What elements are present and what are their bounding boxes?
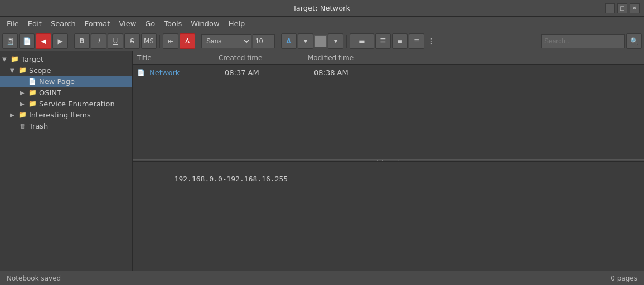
col-title: Title [135,54,219,62]
page-icon-newpage: 📄 [28,77,37,86]
list-btn[interactable]: ≡ [392,33,408,49]
menu-tools[interactable]: Tools [159,18,186,29]
separator-5 [346,35,347,48]
tree-item-service-enum[interactable]: ▶ 📁 Service Enumeration [0,98,132,109]
main-layout: ▼ 📁 Target ▼ 📁 Scope 📄 New Page ▶ 📁 OSIN… [0,51,644,271]
close-button[interactable]: ✕ [630,3,640,13]
tree-label-scope: Scope [29,66,51,75]
folder-icon-interesting: 📁 [18,110,27,119]
menu-help[interactable]: Help [224,18,250,29]
new-note-icon[interactable]: 📄 [19,33,35,49]
menu-go[interactable]: Go [141,18,159,29]
search-input[interactable] [541,34,625,48]
window-controls: ─ □ ✕ [605,3,640,13]
menu-file[interactable]: File [2,18,23,29]
text-align-btn[interactable]: ☰ [375,33,391,49]
indent-button[interactable]: ⇤ [163,33,178,49]
editor-area[interactable]: 192.168.0.0-192.168.16.255 [133,162,644,271]
folder-icon-osint: 📁 [28,88,37,97]
separator-4 [278,35,278,48]
tree-arrow-interesting: ▶ [10,112,18,118]
tree-item-scope[interactable]: ▼ 📁 Scope [0,65,132,76]
window-title: Target: Network [38,4,605,12]
folder-icon-target: 📁 [10,55,19,63]
strikethrough-button[interactable]: S [124,33,140,49]
file-row-icon: 📄 [137,69,146,76]
separator-1 [71,35,71,48]
tree-arrow-scope: ▼ [10,67,18,73]
color-text-button[interactable]: A [180,33,195,49]
search-button[interactable]: 🔍 [626,33,642,49]
menu-edit[interactable]: Edit [23,18,46,29]
toolbar: 📓 📄 ◀ ▶ B I U S MS ⇤ A Sans Serif Monosp… [0,31,644,51]
tree-label-target: Target [21,55,43,63]
titlebar: Target: Network ─ □ ✕ [0,0,644,17]
color-dropdown[interactable]: ▾ [298,33,313,49]
trash-icon: 🗑 [18,121,27,130]
file-row-created: 08:37 AM [225,68,314,77]
separator-3 [198,35,198,48]
bg-color-box[interactable] [314,35,327,47]
bg-color-dropdown[interactable]: ▾ [328,33,343,49]
statusbar: Notebook saved 0 pages [0,271,644,285]
folder-icon-scope: 📁 [18,66,27,75]
italic-button[interactable]: I [91,33,106,49]
file-row[interactable]: 📄 Network 08:37 AM 08:38 AM [133,65,644,80]
text-cursor [175,200,175,208]
apply-button[interactable]: ▬ [350,33,374,49]
editor-text: 192.168.0.0-192.168.16.255 [175,175,288,183]
statusbar-right: 0 pages [611,274,637,282]
tree-label-trash: Trash [29,122,48,130]
list2-btn[interactable]: ≣ [409,33,424,49]
ms-button[interactable]: MS [141,33,157,49]
back-button[interactable]: ◀ [36,33,51,49]
tree-arrow-osint: ▶ [20,90,28,96]
underline-button[interactable]: U [108,33,123,49]
bold-button[interactable]: B [74,33,90,49]
file-row-modified: 08:38 AM [314,68,640,77]
tree-item-interesting[interactable]: ▶ 📁 Interesting Items [0,109,132,120]
minimize-button[interactable]: ─ [605,3,615,13]
font-selector[interactable]: Sans Serif Monospace [201,34,251,48]
forward-button[interactable]: ▶ [52,33,68,49]
sidebar: ▼ 📁 Target ▼ 📁 Scope 📄 New Page ▶ 📁 OSIN… [0,51,133,271]
tree-arrow-service-enum: ▶ [20,101,28,107]
more-options-icon[interactable]: ⋮ [425,37,437,45]
tree-label-osint: OSINT [39,89,61,97]
statusbar-left: Notebook saved [7,274,61,282]
tree-arrow-target: ▼ [2,56,10,62]
col-modified: Modified time [308,54,642,62]
tree-item-trash[interactable]: 🗑 Trash [0,120,132,131]
menu-view[interactable]: View [114,18,141,29]
separator-6 [440,35,440,48]
menu-window[interactable]: Window [186,18,224,29]
tree-item-osint[interactable]: ▶ 📁 OSINT [0,87,132,98]
tree-label-service-enum: Service Enumeration [39,100,115,108]
editor-content[interactable]: 192.168.0.0-192.168.16.255 [139,166,637,217]
content-area: Title Created time Modified time 📄 Netwo… [133,51,644,271]
tree-label-newpage: New Page [39,77,75,86]
col-created: Created time [219,54,308,62]
tree-item-target[interactable]: ▼ 📁 Target [0,53,132,65]
notebook-icon[interactable]: 📓 [2,33,18,49]
separator-2 [159,35,160,48]
folder-icon-service-enum: 📁 [28,99,37,108]
font-color-a[interactable]: A [281,33,297,49]
file-row-title: Network [149,68,225,77]
menu-format[interactable]: Format [80,18,115,29]
font-size-input[interactable] [253,34,275,48]
tree-label-interesting: Interesting Items [29,111,91,119]
tree-item-newpage[interactable]: 📄 New Page [0,76,132,87]
maximize-button[interactable]: □ [617,3,627,13]
file-list-header: Title Created time Modified time [133,51,644,65]
menu-search[interactable]: Search [46,18,80,29]
file-list: Title Created time Modified time 📄 Netwo… [133,51,644,160]
menubar: File Edit Search Format View Go Tools Wi… [0,17,644,31]
